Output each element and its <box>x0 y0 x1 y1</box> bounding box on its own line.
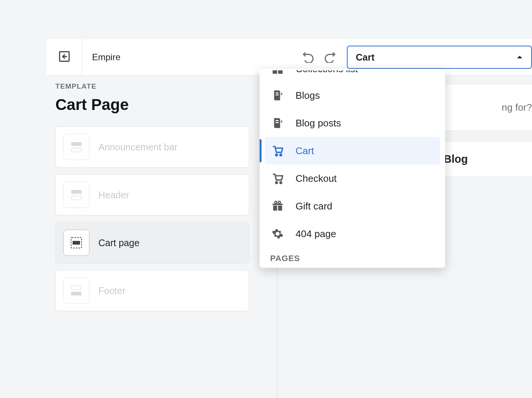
section-card-footer[interactable]: Footer <box>55 270 249 311</box>
template-kicker: TEMPLATE <box>55 82 249 91</box>
page-title: Cart Page <box>55 96 249 114</box>
preview-nav-fragment[interactable]: Blog <box>444 141 532 177</box>
grid-icon <box>270 70 285 75</box>
svg-point-16 <box>276 154 278 156</box>
cart-icon <box>270 144 285 157</box>
dropdown-item-404-page[interactable]: 404 page <box>260 220 445 248</box>
svg-rect-12 <box>276 92 279 94</box>
section-label: Footer <box>98 285 125 296</box>
cart-icon <box>270 172 285 185</box>
dropdown-item-label: Checkout <box>296 173 337 184</box>
dropdown-item-label: Collections list <box>296 70 358 75</box>
svg-point-18 <box>276 182 278 184</box>
svg-point-23 <box>275 201 277 203</box>
gift-icon <box>270 200 285 212</box>
section-icon <box>63 182 89 208</box>
dropdown-item-label: Blogs <box>296 90 320 101</box>
section-label: Announcement bar <box>98 142 177 153</box>
exit-icon <box>58 50 71 64</box>
page-dropdown-panel: Collections list Blogs Blog posts Cart C… <box>260 69 445 268</box>
svg-rect-4 <box>71 196 82 200</box>
svg-rect-20 <box>273 206 277 211</box>
page-select-label: Cart <box>356 52 374 63</box>
blog-icon <box>270 117 285 129</box>
template-sidebar: TEMPLATE Cart Page Announcement bar Head… <box>55 82 249 318</box>
svg-rect-1 <box>71 142 82 146</box>
section-icon <box>63 278 89 304</box>
svg-rect-2 <box>71 148 82 152</box>
page-select-dropdown[interactable]: Cart <box>347 46 532 69</box>
preview-divider <box>277 268 278 398</box>
svg-rect-14 <box>276 120 279 121</box>
dropdown-item-gift-card[interactable]: Gift card <box>260 192 445 220</box>
caret-up-icon <box>516 54 523 61</box>
svg-rect-9 <box>273 70 277 74</box>
undo-redo-group <box>302 50 336 64</box>
theme-name: Empire <box>82 52 120 62</box>
svg-point-25 <box>276 233 279 235</box>
redo-button[interactable] <box>324 50 336 64</box>
dropdown-item-blog-posts[interactable]: Blog posts <box>260 109 445 137</box>
svg-point-17 <box>280 154 282 156</box>
svg-rect-7 <box>71 286 82 290</box>
dropdown-item-label: 404 page <box>296 228 336 240</box>
dropdown-item-cart[interactable]: Cart <box>265 137 440 165</box>
dropdown-item-label: Cart <box>296 145 314 157</box>
exit-button[interactable] <box>46 39 82 75</box>
svg-rect-3 <box>71 190 82 194</box>
svg-point-24 <box>278 201 281 203</box>
section-icon <box>63 134 89 160</box>
dropdown-item-label: Blog posts <box>296 117 341 129</box>
gear-icon <box>270 228 285 240</box>
section-card-announcement-bar[interactable]: Announcement bar <box>55 126 249 168</box>
blog-icon <box>270 89 285 101</box>
dropdown-item-blogs[interactable]: Blogs <box>260 82 445 109</box>
section-label: Header <box>98 190 129 200</box>
svg-point-19 <box>280 182 282 184</box>
section-label: Cart page <box>98 238 140 248</box>
dropdown-item-checkout[interactable]: Checkout <box>260 165 445 192</box>
svg-rect-11 <box>278 70 282 74</box>
svg-rect-8 <box>71 292 82 296</box>
svg-rect-15 <box>276 122 279 123</box>
svg-rect-13 <box>276 94 279 95</box>
section-card-header[interactable]: Header <box>55 174 249 215</box>
section-icon <box>63 230 89 256</box>
preview-search-fragment: ng for? <box>444 84 532 131</box>
dropdown-section-heading: PAGES <box>260 248 445 266</box>
dropdown-item-label: Gift card <box>296 200 332 212</box>
undo-button[interactable] <box>302 50 315 64</box>
svg-rect-21 <box>278 206 282 211</box>
svg-rect-22 <box>273 203 283 205</box>
dropdown-item-collections-list[interactable]: Collections list <box>260 70 445 82</box>
svg-rect-6 <box>73 241 80 245</box>
section-card-cart-page[interactable]: Cart page <box>55 222 249 263</box>
